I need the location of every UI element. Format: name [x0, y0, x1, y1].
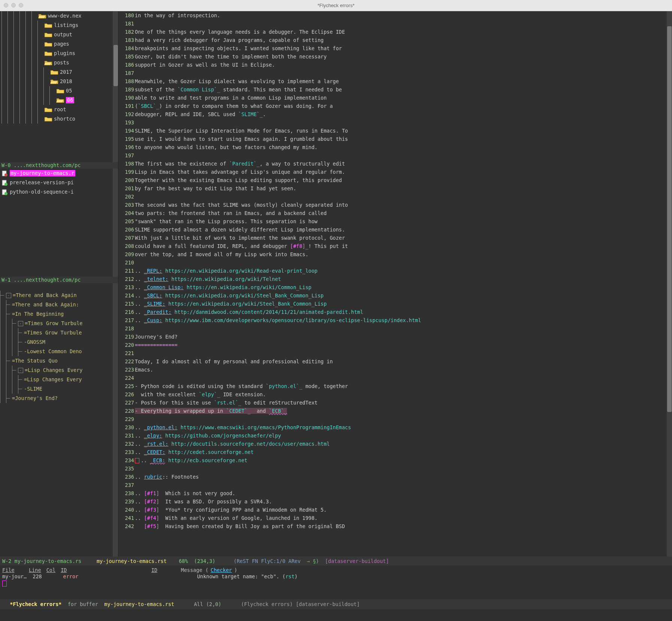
ecb-directories-panel: www-dev.nex listings output pages plugin…: [0, 11, 118, 169]
col-file[interactable]: File: [2, 567, 15, 573]
paren-close: ): [234, 567, 237, 573]
dir-label: posts: [54, 60, 69, 66]
outline-label: =There and Back Again:: [12, 302, 79, 308]
outline-item[interactable]: -=Lisp Changes Every: [0, 366, 113, 375]
col-checker[interactable]: Checker: [211, 567, 232, 573]
dir-tree-item[interactable]: 2017: [0, 67, 113, 77]
dir-tree-item[interactable]: 05: [0, 86, 113, 96]
editor-text-area[interactable]: in the way of introspection.One of the t…: [135, 11, 667, 557]
outline-item[interactable]: -=There and Back Again: [0, 291, 113, 300]
dir-label: listings: [54, 22, 78, 28]
outline-label: =Lisp Changes Every: [25, 367, 82, 373]
dir-tree-item[interactable]: www-dev.nex: [0, 11, 113, 21]
ecb-sources-panel: my-journey-to-emacs.r prerelease-version…: [0, 169, 118, 283]
file-status-icon: [1, 170, 8, 176]
col-id2[interactable]: ID: [151, 567, 157, 573]
col-message[interactable]: Message (: [181, 567, 208, 573]
dir-label: pages: [54, 41, 69, 47]
dir-tree-item[interactable]: posts: [0, 58, 113, 67]
outline-item[interactable]: -GNOSSM: [0, 337, 113, 347]
dir-tree-item[interactable]: 2018: [0, 77, 113, 86]
source-item[interactable]: prerelease-version-pi: [0, 178, 113, 187]
close-dot-icon[interactable]: [4, 3, 8, 7]
dir-tree-item[interactable]: listings: [0, 21, 113, 30]
bottom-buffer: *Flycheck errors*: [10, 601, 61, 607]
outline-label: =Journey's End?: [12, 395, 58, 402]
dir-tree-item[interactable]: shortco: [0, 114, 113, 124]
dir-label: 2018: [60, 78, 72, 85]
col-col[interactable]: Col: [46, 567, 55, 573]
flycheck-error-row[interactable]: my-jour… 228 error Unknown target name: …: [2, 573, 670, 580]
dir-label: plugins: [54, 50, 75, 57]
flycheck-errors-buffer[interactable]: File Line Col ID ID Message (Checker) my…: [0, 566, 672, 599]
source-item[interactable]: python-old-sequence-i: [0, 187, 113, 197]
outline-label: =In The Beginning: [12, 311, 64, 317]
arrow-icon: →: [307, 558, 310, 564]
minimize-dot-icon[interactable]: [11, 3, 16, 7]
folder-open-icon: [50, 79, 58, 85]
folder-closed-icon: [44, 41, 52, 47]
outline-item[interactable]: =There and Back Again:: [0, 300, 113, 309]
outline-item[interactable]: -=Times Grow Turbule: [0, 319, 113, 328]
editor-window[interactable]: 1801811821831841851861871881891901911921…: [118, 11, 672, 557]
svg-point-3: [4, 183, 7, 186]
outline-item[interactable]: =In The Beginning: [0, 309, 113, 319]
folder-closed-icon: [44, 32, 52, 38]
folder-closed-icon: [50, 69, 58, 75]
outline-item[interactable]: =Times Grow Turbule: [0, 328, 113, 337]
dir-label: 2017: [60, 69, 72, 75]
cell-file: my-jour…: [2, 573, 27, 579]
panel-scroll-track: [113, 283, 118, 557]
outline-label: =There and Back Again: [13, 292, 77, 299]
dir-tree-item[interactable]: 06: [0, 96, 113, 105]
ecb-sidebar: www-dev.nex listings output pages plugin…: [0, 11, 118, 557]
dir-label: 06: [66, 97, 74, 103]
ecb-methods-panel: -=There and Back Again=There and Back Ag…: [0, 283, 118, 557]
source-item[interactable]: my-journey-to-emacs.r: [0, 169, 113, 178]
outline-item[interactable]: =Journey's End?: [0, 394, 113, 403]
panel-statusline: W-1 ....nextthought.com/pc: [0, 277, 118, 283]
outline-toggle-icon[interactable]: -: [18, 321, 23, 326]
modeline-buffer-id: W-2 my-journey-to-emacs.rs: [2, 558, 81, 564]
outline-item[interactable]: -Lowest Common Deno: [0, 347, 113, 356]
dir-label: root: [54, 106, 66, 113]
outline-label: -SLIME: [24, 386, 42, 392]
outline-item[interactable]: =The Status Quo: [0, 356, 113, 366]
dir-tree-item[interactable]: root: [0, 105, 113, 114]
editor-gutter: 1801811821831841851861871881891901911921…: [118, 11, 135, 557]
outline-label: =Lisp Changes Every: [24, 376, 82, 383]
cell-level: error: [63, 573, 79, 579]
zoom-dot-icon[interactable]: [19, 3, 23, 7]
col-line[interactable]: Line: [29, 567, 41, 573]
col-id[interactable]: ID: [61, 567, 67, 573]
outline-toggle-icon[interactable]: -: [18, 368, 23, 373]
dir-label: 05: [66, 88, 72, 94]
svg-point-1: [4, 173, 7, 176]
panel-scroll-track: [113, 11, 118, 169]
dir-tree-item[interactable]: plugins: [0, 49, 113, 58]
outline-item[interactable]: =Lisp Changes Every: [0, 375, 113, 384]
modeline-sym: §): [313, 558, 319, 564]
dir-tree-item[interactable]: output: [0, 30, 113, 39]
panel-scroll-track: [113, 169, 118, 283]
error-marker-icon: [135, 458, 139, 463]
outline-label: -GNOSSM: [24, 339, 45, 345]
window-title: *Flycheck errors*: [318, 2, 355, 9]
outline-item[interactable]: -SLIME: [0, 384, 113, 394]
outline-label: -Lowest Common Deno: [24, 348, 82, 355]
outline-toggle-icon[interactable]: -: [6, 293, 11, 298]
modeline-modes: (ReST FN FlyC:1/0 ARev: [234, 558, 301, 564]
dir-label: www-dev.nex: [48, 13, 81, 19]
bottom-file: my-journey-to-emacs.rst: [104, 601, 174, 607]
panel-scrollbar[interactable]: [113, 45, 118, 86]
svg-point-5: [4, 192, 7, 195]
editor-scrollbar[interactable]: [667, 26, 672, 412]
echo-area: [0, 609, 672, 621]
dir-tree-item[interactable]: pages: [0, 39, 113, 49]
cell-message: Unknown target name: "ecb". (: [197, 573, 285, 579]
dir-label: shortco: [54, 116, 75, 122]
folder-closed-icon: [56, 88, 64, 94]
flycheck-modeline: *Flycheck errors* for buffer my-journey-…: [0, 599, 672, 609]
source-label: prerelease-version-pi: [10, 179, 74, 186]
bottom-position: All (2,0): [194, 601, 221, 607]
